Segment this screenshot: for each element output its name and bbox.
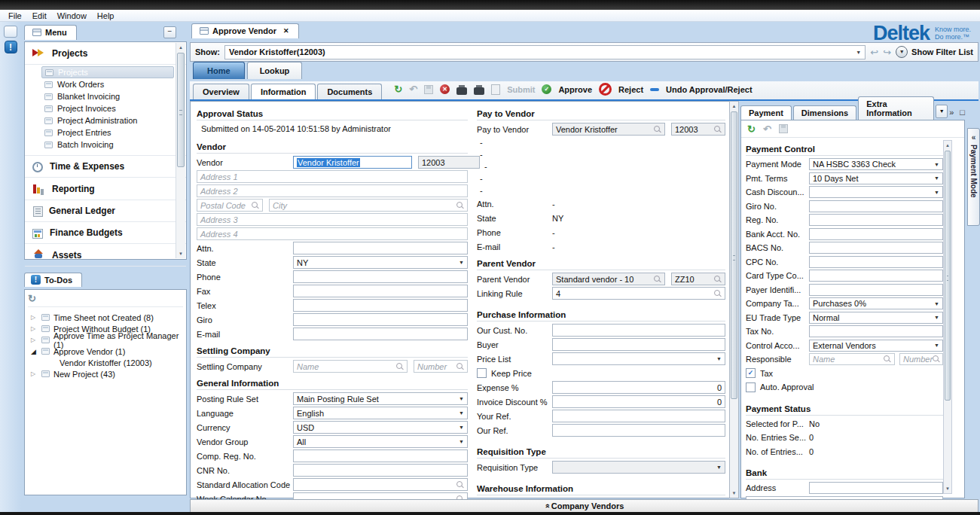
sidebar-item-project-administration[interactable]: Project Administration: [25, 114, 186, 126]
search-icon[interactable]: [654, 126, 661, 133]
your-ref-input[interactable]: [552, 410, 725, 422]
state-dropdown[interactable]: NY▼: [293, 256, 468, 269]
search-icon[interactable]: [456, 481, 464, 489]
print-setup-icon[interactable]: [474, 87, 484, 95]
sidebar-scrollbar[interactable]: ▲ ▼: [176, 43, 185, 258]
company-tax-dropdown[interactable]: Purchases 0%▼: [809, 297, 943, 309]
sidebar-item-project-invoices[interactable]: Project Invoices: [25, 102, 186, 114]
refresh-icon[interactable]: ↻: [747, 123, 756, 135]
show-selector[interactable]: Vendor Kristoffer(12003) ▼: [224, 45, 866, 59]
undo-approval-icon[interactable]: [650, 88, 659, 91]
reg-no-input[interactable]: [809, 214, 943, 226]
form-scrollbar[interactable]: ▲ ▼: [729, 101, 739, 498]
card-type-input[interactable]: [809, 270, 943, 282]
scroll-up-icon[interactable]: ▲: [944, 141, 951, 150]
comp-reg-no-input[interactable]: [293, 449, 468, 462]
scroll-down-icon[interactable]: ▼: [944, 484, 951, 493]
close-tab-icon[interactable]: ✕: [283, 27, 289, 35]
bacs-no-input[interactable]: [809, 242, 943, 254]
undo-icon[interactable]: ↶: [763, 123, 771, 135]
sidebar-section-reporting[interactable]: Reporting: [25, 178, 186, 200]
print-icon[interactable]: [456, 87, 467, 95]
refresh-icon[interactable]: ↻: [28, 293, 36, 304]
attn-input[interactable]: [293, 242, 468, 254]
tab-lookup[interactable]: Lookup: [247, 62, 303, 79]
keep-price-checkbox[interactable]: [477, 368, 487, 378]
standard-allocation-code-input[interactable]: [293, 478, 468, 491]
scrollbar-thumb[interactable]: [731, 111, 737, 399]
payer-id-input[interactable]: [809, 284, 943, 296]
todo-vendor-kristoffer[interactable]: Vendor Kristoffer (12003): [28, 357, 183, 368]
control-account-dropdown[interactable]: External Vendors▼: [809, 340, 943, 352]
sidebar-section-projects[interactable]: Projects: [25, 42, 186, 65]
save-icon[interactable]: [779, 124, 788, 133]
refresh-icon[interactable]: ↻: [394, 84, 402, 95]
expander-expanded-icon[interactable]: ◢: [31, 348, 38, 355]
maximize-panel-icon[interactable]: □: [960, 108, 965, 117]
undo-icon[interactable]: ↶: [409, 84, 417, 95]
todo-time-sheet-not-created[interactable]: ▷Time Sheet not Created (8): [28, 312, 183, 323]
reject-button[interactable]: Reject: [618, 85, 643, 94]
our-ref-input[interactable]: [552, 424, 725, 437]
scroll-down-icon[interactable]: ▼: [730, 489, 738, 498]
scroll-down-icon[interactable]: ▼: [176, 249, 185, 258]
submit-button[interactable]: Submit: [507, 85, 535, 94]
search-icon[interactable]: [933, 355, 940, 363]
search-icon[interactable]: [714, 126, 722, 133]
cash-discount-dropdown[interactable]: ▼: [809, 186, 943, 198]
address3-input[interactable]: Address 3: [197, 213, 468, 226]
pay-to-vendor-number-field[interactable]: 12003: [671, 123, 725, 136]
telex-input[interactable]: [293, 299, 468, 312]
search-icon[interactable]: [456, 202, 464, 209]
todo-approve-time[interactable]: ▷Approve Time as Project Manager (1): [28, 334, 183, 346]
delete-icon[interactable]: ✕: [440, 84, 450, 94]
expander-collapsed-icon[interactable]: ▷: [31, 337, 38, 343]
currency-dropdown[interactable]: USD▼: [293, 421, 468, 434]
sidebar-item-projects[interactable]: Projects: [41, 66, 174, 78]
menu-window[interactable]: Window: [52, 11, 92, 20]
sidebar-item-project-entries[interactable]: Project Entries: [25, 126, 186, 139]
reject-icon[interactable]: [599, 83, 612, 96]
phone-input[interactable]: [293, 270, 468, 283]
search-icon[interactable]: [714, 290, 722, 297]
tab-extra-information[interactable]: Extra Information: [858, 96, 934, 120]
todos-exclamation-icon[interactable]: !: [5, 41, 17, 53]
posting-rule-set-dropdown[interactable]: Main Posting Rule Set▼: [293, 392, 468, 405]
tab-payment[interactable]: Payment: [740, 105, 792, 120]
language-dropdown[interactable]: English▼: [293, 407, 468, 419]
settling-name-input[interactable]: Name: [293, 360, 408, 373]
postal-code-input[interactable]: Postal Code: [197, 199, 263, 212]
sidebar-item-batch-invoicing[interactable]: Batch Invoicing: [25, 139, 186, 151]
menu-edit[interactable]: Edit: [27, 11, 52, 20]
tab-home[interactable]: Home: [193, 62, 245, 79]
sidebar-section-assets[interactable]: Assets: [25, 244, 186, 267]
tax-checkbox[interactable]: ✓: [746, 368, 756, 378]
collapse-sidebar-button[interactable]: −: [163, 26, 176, 38]
menu-panel-icon[interactable]: [4, 26, 17, 38]
sidebar-item-blanket-invoicing[interactable]: Blanket Invoicing: [25, 90, 186, 102]
approve-icon[interactable]: ✓: [542, 84, 551, 94]
tax-no-input[interactable]: [809, 325, 943, 337]
responsible-number-input[interactable]: Number: [899, 353, 943, 365]
expand-panel-icon[interactable]: »: [949, 108, 954, 117]
scrollbar-thumb[interactable]: [177, 53, 185, 167]
tab-overview[interactable]: Overview: [193, 84, 249, 99]
expander-collapsed-icon[interactable]: ▷: [31, 314, 38, 321]
giro-input[interactable]: [293, 313, 468, 326]
expander-collapsed-icon[interactable]: ▷: [31, 370, 38, 377]
parent-vendor-number-field[interactable]: ZZ10: [671, 273, 725, 285]
bank-acct-no-input[interactable]: [809, 228, 943, 240]
address2-input[interactable]: Address 2: [197, 184, 468, 197]
pay-to-vendor-name-field[interactable]: Vendor Kristoffer: [552, 123, 665, 136]
sidebar-item-work-orders[interactable]: Work Orders: [25, 78, 186, 90]
search-icon[interactable]: [714, 276, 722, 283]
tab-dimensions[interactable]: Dimensions: [793, 105, 856, 120]
company-vendors-bar[interactable]: »Company Vendors: [190, 499, 978, 513]
price-list-dropdown[interactable]: ▼: [552, 352, 725, 365]
undo-approval-button[interactable]: Undo Approval/Reject: [666, 85, 753, 94]
cnr-no-input[interactable]: [293, 464, 468, 477]
auto-approval-checkbox[interactable]: [746, 382, 756, 392]
search-icon[interactable]: [252, 202, 259, 209]
tab-documents[interactable]: Documents: [317, 84, 382, 99]
eu-trade-type-dropdown[interactable]: Normal▼: [809, 312, 943, 324]
